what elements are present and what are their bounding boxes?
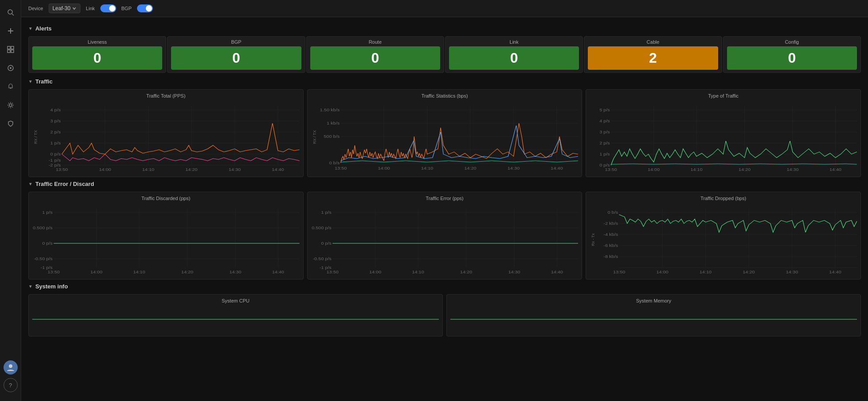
traffic-chevron: ▼ (28, 79, 33, 84)
svg-text:-0.50 p/s: -0.50 p/s (312, 257, 331, 261)
svg-text:14:10: 14:10 (133, 270, 145, 274)
svg-text:14:10: 14:10 (412, 270, 424, 274)
svg-text:13:50: 13:50 (48, 270, 60, 274)
svg-text:13:50: 13:50 (605, 167, 617, 172)
alert-liveness-value: 0 (32, 46, 162, 70)
shield-icon[interactable] (3, 116, 19, 132)
alert-route-value: 0 (310, 46, 440, 70)
link-toggle[interactable] (100, 4, 116, 12)
traffic-type-chart-inner: 5 p/s 4 p/s 3 p/s 2 p/s 1 p/s 0 p/s 13:5… (590, 101, 857, 173)
gear-icon[interactable] (3, 97, 19, 113)
svg-text:14:40: 14:40 (551, 166, 563, 170)
chart-traffic-error-title: Traffic Error (pps) (311, 196, 579, 201)
alerts-section-header: ▼ Alerts (28, 25, 861, 32)
chart-traffic-total-title: Traffic Total (PPS) (32, 93, 300, 98)
chart-traffic-stats-title: Traffic Statistics (bps) (311, 93, 579, 98)
alert-card-liveness[interactable]: Liveness 0 (28, 36, 166, 73)
svg-text:0 p/s: 0 p/s (321, 241, 331, 246)
chart-system-cpu-title: System CPU (32, 298, 439, 303)
traffic-section-header: ▼ Traffic (28, 78, 861, 85)
alert-card-config[interactable]: Config 0 (723, 36, 861, 73)
svg-text:14:30: 14:30 (786, 270, 799, 274)
chart-traffic-dropped: Traffic Dropped (bps) Rx - Tx (586, 192, 861, 280)
traffic-charts-grid: Traffic Total (PPS) RX / TX (28, 89, 861, 177)
link-label: Link (86, 6, 95, 11)
traffic-total-chart-inner: 4 p/s 3 p/s 2 p/s 1 p/s 0 p/s -1 p/s -2 … (40, 101, 300, 173)
plus-icon[interactable] (3, 23, 19, 39)
chart-traffic-stats: Traffic Statistics (bps) RX / TX (307, 89, 582, 177)
svg-text:13:50: 13:50 (56, 167, 68, 172)
chart-traffic-discarded: Traffic Discarded (pps) 1 p/s 0.500 p/s (28, 192, 304, 280)
svg-text:14:00: 14:00 (648, 167, 660, 172)
svg-text:14:00: 14:00 (369, 270, 381, 274)
svg-text:14:00: 14:00 (378, 166, 390, 170)
svg-text:14:20: 14:20 (743, 270, 755, 274)
svg-rect-4 (8, 46, 10, 49)
alert-cable-value: 2 (588, 46, 718, 70)
alert-card-cable[interactable]: Cable 2 (584, 36, 722, 73)
alert-config-value: 0 (727, 46, 857, 70)
alert-card-bgp[interactable]: BGP 0 (167, 36, 305, 73)
traffic-dropped-y-label: Rx - Tx (590, 204, 597, 276)
alert-bgp-label: BGP (171, 39, 301, 45)
svg-text:500 b/s: 500 b/s (324, 134, 339, 139)
svg-point-0 (8, 10, 12, 14)
bgp-label: BGP (122, 6, 132, 11)
svg-point-11 (9, 104, 12, 106)
alert-card-link[interactable]: Link 0 (445, 36, 583, 73)
chart-traffic-error: Traffic Error (pps) 1 p/s 0.500 p/s (307, 192, 582, 280)
svg-text:1 p/s: 1 p/s (321, 210, 331, 215)
svg-text:14:10: 14:10 (700, 270, 712, 274)
svg-text:14:10: 14:10 (691, 167, 703, 172)
svg-text:-6 kb/s: -6 kb/s (604, 243, 618, 248)
svg-text:-0.50 p/s: -0.50 p/s (34, 257, 53, 261)
bgp-toggle[interactable] (137, 4, 153, 12)
alert-link-label: Link (449, 39, 579, 45)
svg-text:3 p/s: 3 p/s (600, 130, 610, 134)
alert-card-route[interactable]: Route 0 (306, 36, 444, 73)
svg-text:14:40: 14:40 (830, 167, 842, 172)
svg-text:0.500 p/s: 0.500 p/s (312, 226, 331, 230)
svg-text:5 p/s: 5 p/s (600, 108, 610, 112)
traffic-discarded-chart-inner: 1 p/s 0.500 p/s 0 p/s -0.50 p/s -1 p/s 1… (32, 204, 300, 276)
svg-point-12 (9, 364, 12, 368)
toolbar: Device Leaf-30 Link BGP (21, 0, 868, 17)
svg-text:13:50: 13:50 (335, 166, 347, 170)
svg-text:0 b/s: 0 b/s (329, 161, 339, 165)
alert-cable-label: Cable (588, 39, 718, 45)
traffic-error-chevron: ▼ (28, 182, 33, 186)
compass-icon[interactable] (3, 60, 19, 76)
svg-text:14:30: 14:30 (229, 270, 242, 274)
svg-text:-4 kb/s: -4 kb/s (604, 232, 618, 237)
device-dropdown[interactable]: Leaf-30 (49, 4, 81, 13)
svg-text:0.500 p/s: 0.500 p/s (33, 226, 53, 230)
grid-icon[interactable] (3, 42, 19, 57)
bell-icon[interactable] (3, 79, 19, 95)
svg-text:0 p/s: 0 p/s (42, 241, 53, 246)
main-content: Device Leaf-30 Link BGP ▼ Alerts Livenes… (21, 0, 868, 401)
svg-text:14:10: 14:10 (421, 166, 433, 170)
svg-text:14:20: 14:20 (460, 270, 472, 274)
traffic-title: Traffic (35, 78, 53, 85)
search-icon[interactable] (3, 4, 19, 20)
svg-text:0 p/s: 0 p/s (600, 163, 610, 167)
svg-text:14:20: 14:20 (185, 167, 198, 172)
content-area: ▼ Alerts Liveness 0 BGP 0 Route 0 Link 0 (21, 17, 868, 341)
svg-text:14:20: 14:20 (739, 167, 751, 172)
svg-text:14:20: 14:20 (464, 166, 476, 170)
traffic-error-section-header: ▼ Traffic Error / Discard (28, 181, 861, 187)
chart-traffic-type-title: Type of Traffic (590, 93, 857, 98)
svg-text:14:40: 14:40 (551, 270, 563, 274)
alert-bgp-value: 0 (171, 46, 301, 70)
alert-liveness-label: Liveness (32, 39, 162, 45)
svg-text:14:10: 14:10 (142, 167, 155, 172)
device-label: Device (28, 6, 43, 11)
help-icon[interactable]: ? (4, 378, 18, 392)
alert-config-label: Config (727, 39, 857, 45)
alert-route-label: Route (310, 39, 440, 45)
svg-text:14:30: 14:30 (787, 167, 799, 172)
svg-text:1.50 kb/s: 1.50 kb/s (320, 108, 340, 112)
avatar[interactable] (4, 360, 18, 375)
svg-text:1 p/s: 1 p/s (600, 152, 610, 156)
svg-rect-5 (11, 46, 14, 49)
